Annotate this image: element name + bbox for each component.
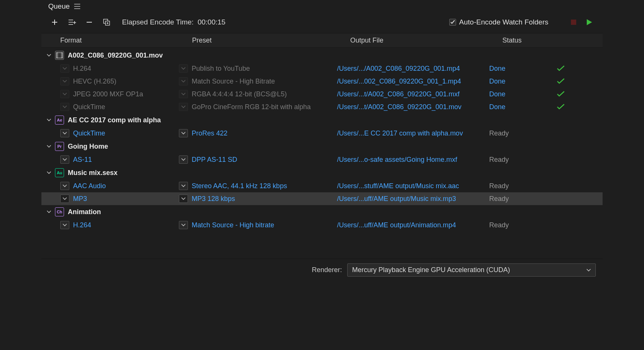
format-value: H.264 (73, 65, 91, 73)
preset-value: MP3 128 kbps (192, 195, 235, 203)
output-row[interactable]: MP3 MP3 128 kbps /Users/...uff/AME outpu… (41, 192, 603, 205)
collapse-caret-icon[interactable] (45, 145, 53, 148)
duplicate-button[interactable] (101, 17, 112, 28)
chevron-down-icon (586, 269, 591, 272)
format-dropdown[interactable] (60, 129, 69, 137)
done-checkmark-icon (553, 91, 568, 97)
panel-header: Queue (41, 0, 603, 12)
status-value: Done (489, 78, 553, 85)
renderer-value: Mercury Playback Engine GPU Acceleration… (352, 266, 510, 274)
preset-dropdown[interactable] (179, 221, 188, 229)
status-value: Ready (489, 182, 553, 190)
output-row[interactable]: H.264 Publish to YouTube /Users/.../A002… (41, 62, 603, 75)
app-icon-pr: Pr (55, 142, 64, 151)
collapse-caret-icon[interactable] (45, 171, 53, 174)
group-title: A002_C086_09220G_001.mov (68, 52, 163, 59)
group-title: Going Home (68, 143, 108, 151)
preset-dropdown[interactable] (179, 129, 188, 137)
format-value: QuickTime (73, 129, 105, 137)
group-title: Music mix.sesx (68, 169, 118, 177)
toolbar: Elapsed Encode Time: 00:00:15 Auto-Encod… (41, 12, 603, 33)
app-icon-ch: Ch (55, 207, 64, 216)
col-header-format[interactable]: Format (60, 37, 192, 44)
queue-list: A002_C086_09220G_001.mov H.264 Publish t… (41, 48, 603, 232)
status-value: Done (489, 90, 553, 98)
hamburger-icon[interactable] (74, 4, 80, 9)
output-file-link[interactable]: /Users/...t/A002_C086_09220G_001.mxf (337, 90, 489, 98)
status-value: Ready (489, 195, 553, 203)
preset-value: Match Source - High bitrate (192, 221, 274, 229)
col-header-status[interactable]: Status (502, 37, 578, 44)
done-checkmark-icon (553, 65, 568, 72)
collapse-caret-icon[interactable] (45, 54, 53, 57)
format-value: MP3 (73, 195, 87, 203)
stop-queue-button[interactable] (568, 17, 579, 28)
col-header-preset[interactable]: Preset (192, 37, 350, 44)
queue-group[interactable]: Au Music mix.sesx (41, 166, 603, 180)
format-dropdown (60, 64, 69, 73)
format-dropdown (60, 90, 69, 98)
format-value: QuickTime (73, 103, 105, 111)
queue-group[interactable]: Pr Going Home (41, 140, 603, 153)
checkbox-icon (449, 19, 456, 26)
add-source-button[interactable] (49, 17, 60, 28)
app-icon-ae: Ae (55, 116, 64, 125)
svg-rect-2 (571, 20, 576, 25)
status-value: Done (489, 65, 553, 73)
col-header-output[interactable]: Output File (350, 37, 502, 44)
renderer-dropdown[interactable]: Mercury Playback Engine GPU Acceleration… (347, 263, 596, 277)
queue-group[interactable]: Ch Animation (41, 205, 603, 219)
group-title: AE CC 2017 comp with alpha (68, 116, 161, 124)
queue-group[interactable]: A002_C086_09220G_001.mov (41, 49, 603, 62)
output-file-link[interactable]: /Users/...E CC 2017 comp with alpha.mov (337, 129, 489, 137)
status-value: Done (489, 103, 553, 111)
renderer-label: Renderer: (312, 266, 342, 274)
elapsed-label: Elapsed Encode Time: 00:00:15 (122, 18, 226, 26)
format-value: HEVC (H.265) (73, 78, 116, 85)
column-headers: Format Preset Output File Status (41, 33, 603, 48)
preset-dropdown (179, 77, 188, 85)
output-row[interactable]: QuickTime GoPro CineForm RGB 12-bit with… (41, 100, 603, 113)
file-icon (55, 51, 64, 60)
start-queue-button[interactable] (584, 17, 595, 28)
format-value: JPEG 2000 MXF OP1a (73, 90, 143, 98)
format-dropdown[interactable] (60, 221, 69, 229)
output-row[interactable]: JPEG 2000 MXF OP1a RGBA 4:4:4:4 12-bit (… (41, 88, 603, 100)
collapse-caret-icon[interactable] (45, 210, 53, 213)
output-file-link[interactable]: /Users/...002_C086_09220G_001_1.mp4 (337, 78, 489, 85)
collapse-caret-icon[interactable] (45, 119, 53, 122)
preset-dropdown[interactable] (179, 195, 188, 203)
format-dropdown[interactable] (60, 195, 69, 203)
queue-panel: Queue Elapsed Encode Time: 00:00:15 Auto… (41, 0, 603, 282)
output-row[interactable]: AAC Audio Stereo AAC, 44.1 kHz 128 kbps … (41, 180, 603, 192)
output-file-link[interactable]: /Users/...uff/AME output/Animation.mp4 (337, 221, 489, 229)
output-file-link[interactable]: /Users/...o-safe assets/Going Home.mxf (337, 156, 489, 164)
preset-value: Match Source - High Bitrate (192, 78, 275, 85)
preset-value: RGBA 4:4:4:4 12-bit (BCS@L5) (192, 90, 287, 98)
preset-dropdown[interactable] (179, 182, 188, 190)
remove-button[interactable] (84, 17, 95, 28)
group-title: Animation (68, 208, 101, 216)
output-row[interactable]: AS-11 DPP AS-11 SD /Users/...o-safe asse… (41, 153, 603, 166)
tab-queue[interactable]: Queue (48, 2, 70, 11)
output-file-link[interactable]: /Users/.../A002_C086_09220G_001.mp4 (337, 65, 489, 73)
output-row[interactable]: QuickTime ProRes 422 /Users/...E CC 2017… (41, 127, 603, 140)
output-file-link[interactable]: /Users/...stuff/AME output/Music mix.aac (337, 182, 489, 190)
preset-dropdown[interactable] (179, 155, 188, 164)
output-row[interactable]: HEVC (H.265) Match Source - High Bitrate… (41, 75, 603, 88)
output-row[interactable]: H.264 Match Source - High bitrate /Users… (41, 219, 603, 231)
status-value: Ready (489, 129, 553, 137)
add-output-button[interactable] (66, 17, 78, 28)
preset-value: GoPro CineForm RGB 12-bit with alpha (192, 103, 311, 111)
auto-encode-checkbox[interactable]: Auto-Encode Watch Folders (449, 18, 548, 26)
format-dropdown[interactable] (60, 155, 69, 164)
done-checkmark-icon (553, 78, 568, 84)
queue-group[interactable]: Ae AE CC 2017 comp with alpha (41, 113, 603, 127)
preset-value: DPP AS-11 SD (192, 156, 237, 164)
svg-rect-4 (56, 53, 58, 58)
format-dropdown[interactable] (60, 182, 69, 190)
preset-dropdown (179, 90, 188, 98)
svg-rect-0 (104, 19, 108, 23)
output-file-link[interactable]: /Users/...t/A002_C086_09220G_001.mov (337, 103, 489, 111)
output-file-link[interactable]: /Users/...uff/AME output/Music mix.mp3 (337, 195, 489, 203)
